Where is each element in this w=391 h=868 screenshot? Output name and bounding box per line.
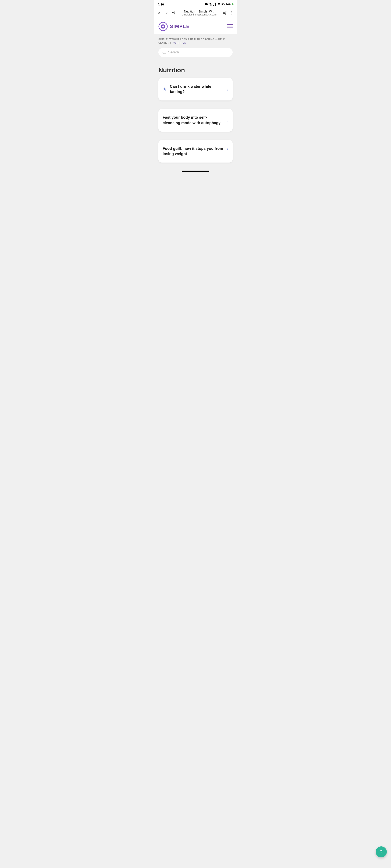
svg-point-17 (231, 11, 232, 12)
breadcrumb-current[interactable]: NUTRITION (173, 41, 186, 44)
breadcrumb-home[interactable]: SIMPLE: WEIGHT LOSS & HEALTH COACHING — … (158, 38, 225, 44)
close-button[interactable]: × (157, 10, 162, 16)
article-chevron-food-guilt: › (227, 146, 229, 151)
search-section: Search (154, 46, 237, 60)
battery-icon (221, 3, 225, 6)
dropdown-button[interactable]: ∨ (164, 10, 169, 16)
svg-rect-3 (215, 3, 215, 6)
page-content: SIMPLE SIMPLE: WEIGHT LOSS & HEALTH COAC… (154, 19, 237, 167)
article-title-autophagy: Fast your body into self-cleansing mode … (162, 115, 220, 125)
search-placeholder: Search (168, 51, 179, 54)
svg-point-9 (174, 12, 175, 13)
search-bar[interactable]: Search (158, 48, 233, 57)
article-card-content-autophagy: Fast your body into self-cleansing mode … (162, 115, 224, 125)
main-content: Nutrition ★ Can I drink water while fast… (154, 60, 237, 167)
section-gap-2 (158, 136, 233, 140)
status-bar: 4:30 44% (154, 0, 237, 8)
section-title: Nutrition (158, 66, 233, 74)
home-indicator (182, 170, 209, 172)
site-logo[interactable]: SIMPLE (158, 22, 190, 31)
article-chevron-water-fasting: › (227, 87, 229, 92)
article-card-autophagy[interactable]: Fast your body into self-cleansing mode … (158, 109, 233, 131)
share-button[interactable] (222, 10, 227, 16)
svg-point-14 (225, 13, 226, 14)
share-icon (222, 11, 227, 15)
svg-rect-4 (215, 3, 216, 6)
camera-icon (205, 3, 208, 6)
svg-line-15 (224, 13, 225, 14)
tabs-icon (172, 11, 176, 15)
search-icon (162, 51, 166, 54)
article-card-content: Can I drink water while fasting? (170, 84, 224, 94)
breadcrumb: SIMPLE: WEIGHT LOSS & HEALTH COACHING — … (158, 37, 233, 44)
mute-icon (209, 3, 212, 6)
breadcrumb-section: SIMPLE: WEIGHT LOSS & HEALTH COACHING — … (154, 34, 237, 46)
svg-rect-1 (213, 5, 214, 6)
svg-point-13 (223, 12, 224, 13)
green-dot (232, 3, 234, 5)
address-bar[interactable]: Nutrition – Simple: W... simplefastingap… (178, 10, 220, 16)
logo-text: SIMPLE (170, 24, 190, 29)
svg-point-19 (231, 14, 232, 14)
page-url: simplefastingapp.zendesk.com (178, 13, 220, 16)
bottom-bar (154, 167, 237, 175)
tabs-button[interactable] (171, 10, 176, 16)
status-icons: 44% (205, 3, 234, 6)
more-icon (230, 11, 234, 15)
article-title-water-fasting: Can I drink water while fasting? (170, 84, 211, 94)
more-button[interactable] (229, 10, 234, 16)
browser-nav: × ∨ Nutrition – Simple: W... simplefasti… (157, 10, 234, 16)
page-title-browser: Nutrition – Simple: W... (178, 10, 220, 13)
section-gap-1 (158, 105, 233, 109)
battery-percent: 44% (226, 3, 231, 6)
wifi-icon (217, 3, 221, 6)
article-card-water-fasting[interactable]: ★ Can I drink water while fasting? › (158, 78, 233, 100)
browser-chrome: × ∨ Nutrition – Simple: W... simplefasti… (154, 8, 237, 19)
svg-rect-6 (222, 4, 223, 5)
svg-rect-2 (214, 4, 214, 6)
svg-point-26 (162, 51, 165, 53)
svg-point-22 (162, 25, 164, 28)
article-card-content-food-guilt: Food guilt: how it stops you from losing… (162, 146, 224, 157)
article-card-food-guilt[interactable]: Food guilt: how it stops you from losing… (158, 140, 233, 162)
svg-line-27 (165, 53, 166, 54)
svg-point-18 (231, 12, 232, 13)
article-chevron-autophagy: › (227, 118, 229, 123)
hamburger-button[interactable] (227, 24, 233, 29)
logo-icon (158, 22, 168, 31)
svg-point-12 (225, 11, 226, 12)
article-title-food-guilt: Food guilt: how it stops you from losing… (162, 147, 223, 156)
svg-line-16 (224, 12, 225, 12)
site-header: SIMPLE (154, 19, 237, 34)
star-icon: ★ (162, 87, 167, 92)
svg-point-8 (172, 12, 174, 13)
breadcrumb-separator: / (170, 41, 171, 44)
hamburger-icon (227, 24, 233, 28)
status-time: 4:30 (157, 3, 164, 6)
signal-icon (213, 3, 216, 6)
